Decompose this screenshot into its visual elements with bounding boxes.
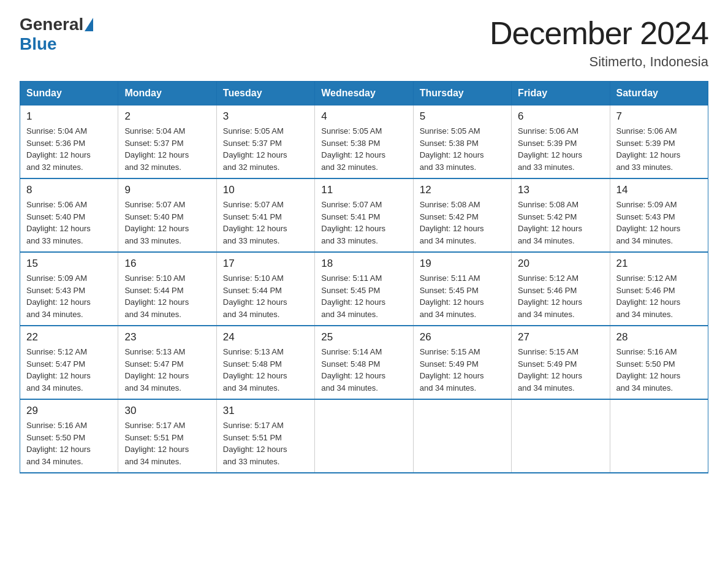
header-friday: Friday bbox=[512, 82, 610, 105]
day-number: 7 bbox=[616, 110, 702, 123]
day-number: 26 bbox=[420, 331, 505, 343]
week-row-2: 8Sunrise: 5:06 AMSunset: 5:40 PMDaylight… bbox=[20, 178, 708, 252]
header-sunday: Sunday bbox=[20, 82, 118, 105]
day-info: Sunrise: 5:05 AMSunset: 5:37 PMDaylight:… bbox=[223, 125, 308, 173]
day-cell: 6Sunrise: 5:06 AMSunset: 5:39 PMDaylight… bbox=[512, 105, 610, 179]
day-cell bbox=[512, 399, 610, 473]
main-title: December 2024 bbox=[490, 15, 708, 52]
day-cell: 20Sunrise: 5:12 AMSunset: 5:46 PMDayligh… bbox=[512, 252, 610, 326]
day-info: Sunrise: 5:06 AMSunset: 5:40 PMDaylight:… bbox=[26, 199, 112, 247]
title-block: December 2024 Sitimerto, Indonesia bbox=[490, 15, 708, 70]
header-wednesday: Wednesday bbox=[315, 82, 413, 105]
calendar-table: SundayMondayTuesdayWednesdayThursdayFrid… bbox=[20, 81, 708, 473]
day-number: 15 bbox=[26, 258, 112, 270]
day-cell: 22Sunrise: 5:12 AMSunset: 5:47 PMDayligh… bbox=[20, 326, 118, 399]
header-monday: Monday bbox=[118, 82, 216, 105]
day-cell: 4Sunrise: 5:05 AMSunset: 5:38 PMDaylight… bbox=[315, 105, 413, 179]
day-cell: 15Sunrise: 5:09 AMSunset: 5:43 PMDayligh… bbox=[20, 252, 118, 326]
day-info: Sunrise: 5:04 AMSunset: 5:36 PMDaylight:… bbox=[26, 125, 112, 173]
day-number: 12 bbox=[420, 184, 505, 196]
day-info: Sunrise: 5:07 AMSunset: 5:41 PMDaylight:… bbox=[223, 199, 308, 247]
day-cell bbox=[610, 399, 708, 473]
day-cell: 5Sunrise: 5:05 AMSunset: 5:38 PMDaylight… bbox=[413, 105, 511, 179]
day-number: 9 bbox=[124, 184, 210, 196]
day-info: Sunrise: 5:08 AMSunset: 5:42 PMDaylight:… bbox=[420, 199, 505, 247]
week-row-3: 15Sunrise: 5:09 AMSunset: 5:43 PMDayligh… bbox=[20, 252, 708, 326]
calendar-body: 1Sunrise: 5:04 AMSunset: 5:36 PMDaylight… bbox=[20, 105, 708, 473]
day-info: Sunrise: 5:16 AMSunset: 5:50 PMDaylight:… bbox=[26, 419, 112, 467]
day-cell: 18Sunrise: 5:11 AMSunset: 5:45 PMDayligh… bbox=[315, 252, 413, 326]
day-cell: 16Sunrise: 5:10 AMSunset: 5:44 PMDayligh… bbox=[118, 252, 216, 326]
page-header: General Blue December 2024 Sitimerto, In… bbox=[20, 15, 708, 70]
day-cell: 9Sunrise: 5:07 AMSunset: 5:40 PMDaylight… bbox=[118, 178, 216, 252]
day-info: Sunrise: 5:06 AMSunset: 5:39 PMDaylight:… bbox=[616, 125, 702, 173]
day-number: 21 bbox=[616, 258, 702, 270]
day-info: Sunrise: 5:04 AMSunset: 5:37 PMDaylight:… bbox=[124, 125, 210, 173]
week-row-4: 22Sunrise: 5:12 AMSunset: 5:47 PMDayligh… bbox=[20, 326, 708, 399]
day-number: 30 bbox=[124, 405, 210, 417]
day-number: 20 bbox=[518, 258, 603, 270]
day-number: 4 bbox=[321, 110, 406, 123]
day-cell: 30Sunrise: 5:17 AMSunset: 5:51 PMDayligh… bbox=[118, 399, 216, 473]
day-info: Sunrise: 5:12 AMSunset: 5:46 PMDaylight:… bbox=[518, 272, 603, 320]
day-info: Sunrise: 5:10 AMSunset: 5:44 PMDaylight:… bbox=[124, 272, 210, 320]
logo: General Blue bbox=[20, 15, 94, 54]
day-info: Sunrise: 5:12 AMSunset: 5:46 PMDaylight:… bbox=[616, 272, 702, 320]
day-number: 13 bbox=[518, 184, 603, 196]
day-cell: 19Sunrise: 5:11 AMSunset: 5:45 PMDayligh… bbox=[413, 252, 511, 326]
day-cell: 23Sunrise: 5:13 AMSunset: 5:47 PMDayligh… bbox=[118, 326, 216, 399]
week-row-1: 1Sunrise: 5:04 AMSunset: 5:36 PMDaylight… bbox=[20, 105, 708, 179]
day-number: 16 bbox=[124, 258, 210, 270]
day-cell: 26Sunrise: 5:15 AMSunset: 5:49 PMDayligh… bbox=[413, 326, 511, 399]
day-info: Sunrise: 5:12 AMSunset: 5:47 PMDaylight:… bbox=[26, 346, 112, 394]
day-number: 19 bbox=[420, 258, 505, 270]
day-info: Sunrise: 5:15 AMSunset: 5:49 PMDaylight:… bbox=[518, 346, 603, 394]
logo-blue-text: Blue bbox=[20, 34, 57, 54]
day-info: Sunrise: 5:05 AMSunset: 5:38 PMDaylight:… bbox=[321, 125, 406, 173]
day-number: 1 bbox=[26, 110, 112, 123]
day-info: Sunrise: 5:08 AMSunset: 5:42 PMDaylight:… bbox=[518, 199, 603, 247]
day-number: 5 bbox=[420, 110, 505, 123]
day-cell: 11Sunrise: 5:07 AMSunset: 5:41 PMDayligh… bbox=[315, 178, 413, 252]
subtitle: Sitimerto, Indonesia bbox=[490, 54, 708, 70]
logo-triangle-icon bbox=[85, 18, 93, 31]
day-number: 18 bbox=[321, 258, 406, 270]
day-info: Sunrise: 5:09 AMSunset: 5:43 PMDaylight:… bbox=[616, 199, 702, 247]
day-info: Sunrise: 5:17 AMSunset: 5:51 PMDaylight:… bbox=[124, 419, 210, 467]
header-saturday: Saturday bbox=[610, 82, 708, 105]
day-cell bbox=[413, 399, 511, 473]
day-number: 25 bbox=[321, 331, 406, 343]
day-info: Sunrise: 5:13 AMSunset: 5:48 PMDaylight:… bbox=[223, 346, 308, 394]
day-number: 14 bbox=[616, 184, 702, 196]
day-info: Sunrise: 5:07 AMSunset: 5:40 PMDaylight:… bbox=[124, 199, 210, 247]
day-cell: 10Sunrise: 5:07 AMSunset: 5:41 PMDayligh… bbox=[216, 178, 314, 252]
day-cell: 31Sunrise: 5:17 AMSunset: 5:51 PMDayligh… bbox=[216, 399, 314, 473]
day-info: Sunrise: 5:16 AMSunset: 5:50 PMDaylight:… bbox=[616, 346, 702, 394]
day-number: 11 bbox=[321, 184, 406, 196]
day-cell: 1Sunrise: 5:04 AMSunset: 5:36 PMDaylight… bbox=[20, 105, 118, 179]
day-info: Sunrise: 5:06 AMSunset: 5:39 PMDaylight:… bbox=[518, 125, 603, 173]
day-info: Sunrise: 5:11 AMSunset: 5:45 PMDaylight:… bbox=[420, 272, 505, 320]
day-number: 27 bbox=[518, 331, 603, 343]
day-number: 28 bbox=[616, 331, 702, 343]
day-info: Sunrise: 5:09 AMSunset: 5:43 PMDaylight:… bbox=[26, 272, 112, 320]
logo-general-text: General bbox=[20, 15, 83, 34]
day-cell: 7Sunrise: 5:06 AMSunset: 5:39 PMDaylight… bbox=[610, 105, 708, 179]
day-number: 17 bbox=[223, 258, 308, 270]
day-cell: 13Sunrise: 5:08 AMSunset: 5:42 PMDayligh… bbox=[512, 178, 610, 252]
day-info: Sunrise: 5:15 AMSunset: 5:49 PMDaylight:… bbox=[420, 346, 505, 394]
day-number: 3 bbox=[223, 110, 308, 123]
day-cell: 8Sunrise: 5:06 AMSunset: 5:40 PMDaylight… bbox=[20, 178, 118, 252]
day-info: Sunrise: 5:17 AMSunset: 5:51 PMDaylight:… bbox=[223, 419, 308, 467]
calendar-header: SundayMondayTuesdayWednesdayThursdayFrid… bbox=[20, 82, 708, 105]
day-cell: 2Sunrise: 5:04 AMSunset: 5:37 PMDaylight… bbox=[118, 105, 216, 179]
day-number: 6 bbox=[518, 110, 603, 123]
day-number: 2 bbox=[124, 110, 210, 123]
header-thursday: Thursday bbox=[413, 82, 511, 105]
day-number: 31 bbox=[223, 405, 308, 417]
day-cell: 12Sunrise: 5:08 AMSunset: 5:42 PMDayligh… bbox=[413, 178, 511, 252]
day-info: Sunrise: 5:05 AMSunset: 5:38 PMDaylight:… bbox=[420, 125, 505, 173]
day-number: 24 bbox=[223, 331, 308, 343]
day-cell: 14Sunrise: 5:09 AMSunset: 5:43 PMDayligh… bbox=[610, 178, 708, 252]
day-info: Sunrise: 5:11 AMSunset: 5:45 PMDaylight:… bbox=[321, 272, 406, 320]
